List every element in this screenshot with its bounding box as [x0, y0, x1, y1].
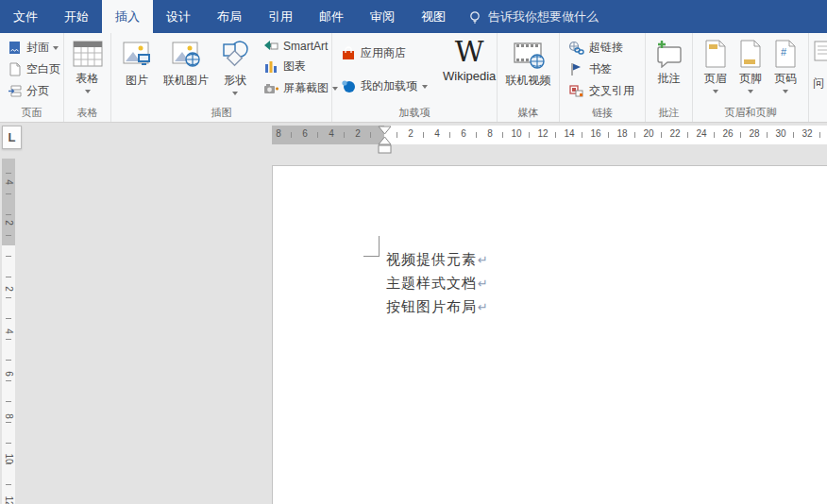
ruler-number: 8	[3, 411, 14, 422]
dropdown-arrow-icon	[422, 85, 428, 89]
page-number-button[interactable]: # 页码	[768, 37, 802, 96]
page-break-button[interactable]: 分页	[5, 80, 64, 102]
ruler-number: 4	[430, 128, 444, 139]
blank-page-button[interactable]: 空白页	[5, 59, 64, 80]
shapes-icon	[220, 40, 250, 70]
group-illustrations: 图片 联机图片 形状	[111, 33, 332, 122]
shapes-button[interactable]: 形状	[214, 37, 256, 98]
document-workspace: L 8 6 4 2 2 4 6 8 10 12 14 16 18 20 22 2…	[0, 123, 827, 504]
tell-me-box[interactable]: 告诉我你想要做什么	[459, 0, 608, 33]
ruler-number: 30	[774, 128, 787, 139]
table-button[interactable]: 表格	[66, 37, 110, 96]
dropdown-arrow-icon	[783, 90, 788, 93]
group-addins: 应用商店 我的加载项 W Wikipedia 加载项	[332, 33, 498, 122]
text-box-label-fragment[interactable]: 问	[813, 76, 824, 92]
tab-insert[interactable]: 插入	[102, 0, 153, 33]
horizontal-ruler[interactable]: 8 6 4 2 2 4 6 8 10 12 14 16 18 20 22 24 …	[272, 126, 827, 144]
chart-icon	[263, 60, 278, 74]
group-label-comments: 批注	[646, 106, 692, 120]
svg-text:#: #	[781, 46, 787, 58]
tab-layout[interactable]: 布局	[204, 0, 255, 33]
header-button[interactable]: 页眉	[699, 37, 733, 96]
paragraph-mark: ↵	[478, 253, 488, 267]
footer-button[interactable]: 页脚	[734, 37, 768, 96]
document-page[interactable]: 视频提供元素↵ 主题样式文档↵ 按钮图片布局↵	[272, 165, 827, 504]
tab-design[interactable]: 设计	[153, 0, 204, 33]
paragraph-text: 主题样式文档	[386, 275, 477, 291]
dropdown-arrow-icon	[53, 46, 59, 50]
ruler-number: 10	[510, 128, 523, 139]
tab-home[interactable]: 开始	[51, 0, 102, 33]
shapes-label: 形状	[224, 73, 246, 89]
group-header-footer: 页眉 页脚 # 页码 页眉和页脚	[693, 33, 809, 122]
paragraph-line[interactable]: 按钮图片布局↵	[386, 295, 488, 319]
ruler-number: 4	[3, 326, 14, 337]
paragraph-mark: ↵	[478, 277, 488, 291]
online-pictures-button[interactable]: 联机图片	[158, 37, 214, 92]
cover-page-label: 封面	[26, 40, 49, 56]
ruler-number: 4	[3, 176, 14, 188]
chart-label: 图表	[283, 59, 306, 75]
cover-page-button[interactable]: 封面	[5, 37, 64, 59]
bookmark-icon	[568, 62, 584, 76]
group-label-addins: 加载项	[332, 106, 497, 120]
group-label-links: 链接	[560, 106, 645, 120]
tab-references[interactable]: 引用	[255, 0, 306, 33]
footer-icon	[739, 40, 762, 68]
cover-page-icon	[8, 41, 22, 55]
indent-markers[interactable]	[378, 126, 392, 157]
cross-reference-button[interactable]: 交叉引用	[565, 80, 638, 102]
page-number-icon: #	[774, 40, 797, 68]
ruler-number: 20	[642, 128, 655, 139]
ruler-number: 22	[668, 128, 682, 139]
paragraph-line[interactable]: 视频提供元素↵	[386, 248, 488, 272]
group-pages: 封面 空白页 分页 页面	[0, 33, 64, 122]
comment-button[interactable]: 批注	[647, 37, 690, 90]
document-text[interactable]: 视频提供元素↵ 主题样式文档↵ 按钮图片布局↵	[386, 248, 488, 319]
bookmark-button[interactable]: 书签	[565, 59, 638, 80]
wikipedia-button[interactable]: W Wikipedia	[437, 37, 501, 86]
tab-stop-selector[interactable]: L	[2, 126, 22, 149]
group-label-media: 媒体	[498, 106, 559, 120]
screenshot-button[interactable]: 屏幕截图	[260, 77, 342, 99]
my-addins-button[interactable]: 我的加载项	[337, 76, 431, 97]
ruler-number: 10	[3, 453, 14, 464]
hyperlink-icon	[568, 41, 584, 55]
first-line-indent-marker[interactable]	[379, 126, 391, 134]
dropdown-arrow-icon	[232, 92, 238, 95]
dropdown-arrow-icon	[748, 90, 753, 93]
left-indent-marker[interactable]	[379, 145, 391, 153]
online-video-button[interactable]: 联机视频	[500, 37, 557, 92]
ruler-number: 6	[3, 368, 14, 379]
store-label: 应用商店	[361, 45, 406, 61]
paragraph-mark: ↵	[478, 300, 488, 314]
store-button[interactable]: 应用商店	[337, 42, 431, 64]
cross-reference-label: 交叉引用	[589, 83, 634, 99]
my-addins-label: 我的加载项	[361, 78, 417, 94]
dropdown-arrow-icon	[713, 90, 718, 93]
ruler-number: 26	[721, 128, 734, 139]
group-label-header-footer: 页眉和页脚	[693, 106, 808, 120]
ruler-number: 18	[616, 128, 629, 139]
hyperlink-button[interactable]: 超链接	[565, 37, 638, 59]
smartart-button[interactable]: SmartArt	[260, 37, 342, 56]
tab-mailings[interactable]: 邮件	[306, 0, 357, 33]
wikipedia-label: Wikipedia	[443, 69, 496, 83]
chart-button[interactable]: 图表	[260, 56, 342, 77]
ruler-number: 2	[3, 217, 14, 228]
ruler-number: 2	[351, 128, 364, 139]
ruler-number: 4	[325, 128, 338, 139]
margin-crop-mark	[363, 236, 380, 257]
header-label: 页眉	[704, 71, 727, 87]
tab-review[interactable]: 审阅	[357, 0, 408, 33]
store-icon	[341, 46, 356, 60]
tab-file[interactable]: 文件	[0, 0, 51, 33]
page-break-icon	[8, 84, 22, 98]
paragraph-line[interactable]: 主题样式文档↵	[386, 272, 488, 295]
online-pictures-label: 联机图片	[163, 73, 209, 89]
tab-view[interactable]: 视图	[408, 0, 459, 33]
vertical-ruler[interactable]: 4 2 2 4 6 8 10 12	[2, 159, 15, 504]
pictures-button[interactable]: 图片	[116, 37, 158, 92]
pictures-icon	[122, 40, 152, 70]
hanging-indent-marker[interactable]	[379, 137, 391, 144]
